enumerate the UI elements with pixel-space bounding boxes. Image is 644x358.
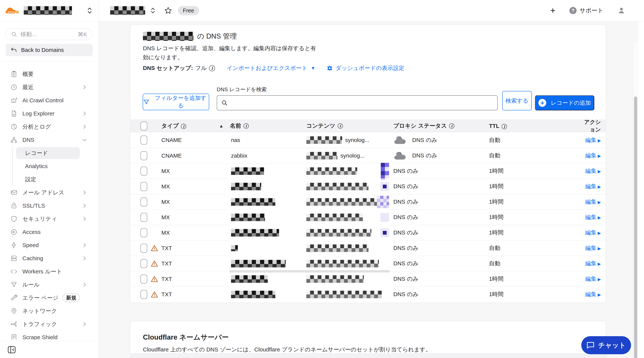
dns-setup-row: DNS セットアップ: フル i インポートおよびエクスポート ▼ ダッシュボー… — [143, 64, 404, 72]
filter-funnel-icon — [143, 99, 149, 105]
row-checkbox[interactable] — [140, 275, 147, 284]
column-proxy-status[interactable]: プロキシ ステータスi — [388, 122, 484, 130]
table-row: TXTDNS のみ自動編集▶ — [130, 240, 606, 256]
search-placeholder: 移動... — [20, 30, 36, 38]
scrollbar-thumb[interactable] — [634, 96, 637, 358]
sidebar-item-access[interactable]: Access — [0, 225, 98, 239]
account-switcher-icon[interactable] — [86, 7, 93, 14]
sidebar-item-log-explorer[interactable]: Log Explorer — [0, 107, 98, 120]
edit-record-link[interactable]: 編集▶ — [585, 260, 601, 266]
info-icon[interactable]: i — [244, 123, 249, 129]
user-profile-icon[interactable] — [617, 6, 626, 15]
sidebar-item-概要[interactable]: 概要 — [0, 67, 98, 81]
record-type: CNAME — [162, 137, 218, 143]
sidebar-item-label: エラー ページ — [22, 294, 58, 302]
edit-record-link[interactable]: 編集▶ — [585, 198, 601, 205]
row-checkbox[interactable] — [140, 244, 147, 253]
sidebar-item-設定[interactable]: 設定 — [0, 173, 98, 186]
column-ttl[interactable]: TTLi — [484, 123, 580, 129]
record-content-redacted — [306, 167, 357, 175]
edit-record-link[interactable]: 編集▶ — [585, 276, 601, 282]
sidebar-item-speed[interactable]: Speed — [0, 239, 98, 252]
proxy-status: DNS のみ — [393, 275, 418, 283]
sidebar-item-caching[interactable]: Caching — [0, 252, 98, 265]
collapse-sidebar-icon[interactable] — [8, 346, 16, 354]
row-checkbox[interactable] — [140, 167, 147, 176]
sidebar-item-最近[interactable]: 最近 — [0, 81, 98, 94]
dns-tree-icon — [10, 136, 18, 144]
zone-switcher-icon[interactable] — [150, 7, 156, 14]
edit-record-link[interactable]: 編集▶ — [585, 214, 601, 220]
sidebar-item-scrape-shield[interactable]: Scrape Shield — [0, 331, 98, 340]
add-icon[interactable]: + — [550, 6, 556, 15]
proxy-status: DNS のみ — [393, 167, 418, 175]
sidebar-item-dns[interactable]: DNS — [0, 133, 98, 147]
dns-record-search-input[interactable] — [217, 95, 498, 110]
sidebar-item-セキュリティ[interactable]: セキュリティ — [0, 212, 98, 225]
sidebar-item-ネットワーク[interactable]: ネットワーク — [0, 304, 98, 318]
proxy-status: DNS のみ — [412, 152, 437, 160]
record-content: synolog... — [340, 153, 364, 159]
expand-arrow-icon: ▶ — [598, 246, 601, 251]
support-menu[interactable]: ? サポート — [570, 6, 603, 14]
row-checkbox[interactable] — [140, 213, 147, 222]
import-export-link[interactable]: インポートおよびエクスポート ▼ — [227, 64, 315, 72]
dns-records-table: CNAMEnassynolog...DNS のみ自動編集▶CNAMEzabbix… — [130, 132, 606, 302]
edit-record-link[interactable]: 編集▶ — [585, 137, 601, 143]
sidebar-item-ルール[interactable]: ルール — [0, 278, 98, 291]
proxy-status: DNS のみ — [393, 244, 418, 252]
info-icon[interactable]: i — [209, 65, 215, 71]
warning-icon — [151, 244, 158, 252]
add-filter-button[interactable]: フィルターを追加する — [143, 94, 209, 110]
edit-record-link[interactable]: 編集▶ — [585, 291, 601, 297]
chevron-down-icon — [82, 137, 87, 143]
nameserver-card: Cloudflare ネームサーバー Cloudflare 上のすべての DNS… — [130, 321, 606, 358]
dns-management-card: の DNS 管理 DNS レコードを確認、追加、編集します。編集内容は保存すると… — [130, 25, 606, 303]
dns-only-cloud-icon — [393, 136, 406, 145]
column-name[interactable]: ▲名前i — [218, 122, 299, 130]
info-icon[interactable]: i — [502, 124, 507, 129]
sidebar-item-ai-crawl-control[interactable]: AI Crawl Control — [0, 94, 98, 107]
vertical-scrollbar[interactable] — [633, 42, 638, 358]
row-checkbox[interactable] — [140, 197, 147, 206]
search-button[interactable]: 検索する — [502, 91, 532, 110]
sidebar-item-ssl/tls[interactable]: SSL/TLS — [0, 199, 98, 212]
row-checkbox[interactable] — [140, 259, 147, 268]
edit-record-link[interactable]: 編集▶ — [585, 168, 601, 174]
edit-record-link[interactable]: 編集▶ — [585, 152, 601, 159]
edit-record-link[interactable]: 編集▶ — [585, 183, 601, 189]
sidebar-search[interactable]: 移動... ⌘K — [6, 28, 93, 40]
edit-record-link[interactable]: 編集▶ — [585, 229, 601, 236]
sidebar-item-レコード[interactable]: レコード — [0, 147, 98, 160]
sidebar-item-workers-ルート[interactable]: Workers ルート — [0, 265, 98, 278]
search-shortcut: ⌘K — [78, 31, 87, 38]
back-arrow-icon — [10, 47, 17, 53]
sidebar-item-エラー-ページ[interactable]: エラー ページ新規 — [0, 291, 98, 304]
dashboard-display-settings-link[interactable]: ダッシュボードの表示設定 — [326, 64, 404, 72]
sidebar-divider — [0, 61, 98, 62]
sidebar-item-analytics[interactable]: Analytics — [0, 160, 98, 173]
record-content-redacted — [306, 198, 378, 206]
info-icon[interactable]: i — [181, 124, 186, 129]
row-checkbox[interactable] — [140, 151, 147, 160]
row-checkbox[interactable] — [140, 228, 147, 237]
expand-arrow-icon: ▶ — [598, 262, 601, 266]
info-icon[interactable]: i — [449, 123, 454, 129]
row-checkbox[interactable] — [140, 290, 147, 299]
add-record-button[interactable]: + レコードの追加 — [535, 95, 594, 110]
info-icon[interactable]: i — [338, 123, 343, 129]
back-to-domains-button[interactable]: Back to Domains — [6, 44, 93, 56]
chat-button[interactable]: チャット — [581, 336, 631, 354]
favorite-star-icon[interactable] — [164, 6, 172, 15]
row-checkbox[interactable] — [140, 182, 147, 191]
edit-record-link[interactable]: 編集▶ — [585, 245, 601, 251]
access-icon — [10, 228, 18, 236]
table-header: タイプi ▲名前i コンテンツi プロキシ ステータスi TTLi アクション — [130, 120, 606, 132]
select-all-checkbox[interactable] — [140, 122, 147, 131]
sidebar-item-トラフィック[interactable]: トラフィック — [0, 318, 98, 331]
sidebar-item-分析とログ[interactable]: 分析とログ — [0, 120, 98, 133]
sidebar-item-メール-アドレス[interactable]: メール アドレス — [0, 186, 98, 199]
row-checkbox[interactable] — [140, 136, 147, 145]
column-content[interactable]: コンテンツi — [299, 122, 388, 130]
column-type[interactable]: タイプi — [162, 122, 218, 130]
